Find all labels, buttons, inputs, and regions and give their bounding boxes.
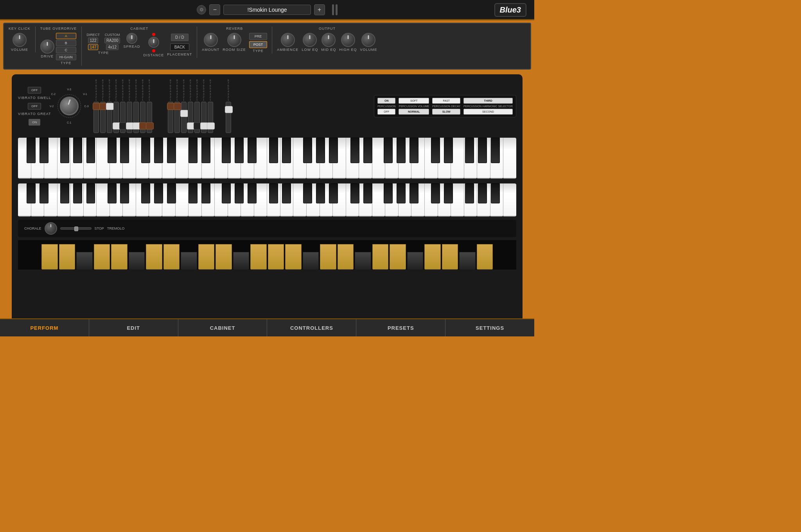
white-key[interactable] xyxy=(503,183,516,217)
ambience-knob[interactable] xyxy=(281,33,295,47)
black-key[interactable] xyxy=(316,183,325,203)
post-button[interactable]: POST xyxy=(249,41,268,48)
drawbar-track-9[interactable] xyxy=(147,102,152,133)
pedal-board[interactable] xyxy=(18,240,516,270)
perc-normal-btn[interactable]: NORMAL xyxy=(399,109,429,115)
drawbar-handle-l7[interactable] xyxy=(207,122,215,129)
pedal-key[interactable] xyxy=(216,244,232,270)
black-key[interactable] xyxy=(222,183,231,203)
black-key[interactable] xyxy=(431,183,440,203)
key-click-volume-knob[interactable] xyxy=(13,33,27,47)
black-key[interactable] xyxy=(282,183,291,203)
pedal-key[interactable] xyxy=(59,244,75,270)
high-eq-knob[interactable] xyxy=(341,33,355,47)
black-key[interactable] xyxy=(350,183,359,203)
pedal-black-key[interactable] xyxy=(407,252,424,270)
black-key[interactable] xyxy=(269,138,278,163)
nav-cabinet[interactable]: CABINET xyxy=(178,319,268,336)
drawbar-track-l6[interactable] xyxy=(201,102,207,133)
settings-icon[interactable]: ⚙ xyxy=(197,5,206,14)
black-key[interactable] xyxy=(154,183,163,203)
black-key[interactable] xyxy=(154,138,163,163)
black-key[interactable] xyxy=(431,138,440,163)
vibrato-swell-off[interactable]: OFF xyxy=(28,87,41,93)
pedal-key[interactable] xyxy=(372,244,389,270)
vibrato-knob[interactable] xyxy=(60,97,79,115)
pedal-black-key[interactable] xyxy=(76,252,93,270)
black-key[interactable] xyxy=(363,138,372,163)
drawbar-track-l4[interactable] xyxy=(188,102,193,133)
black-key[interactable] xyxy=(409,138,418,163)
black-key[interactable] xyxy=(167,183,176,203)
pedal-key[interactable] xyxy=(111,244,128,270)
cab-val-122[interactable]: 122 xyxy=(88,38,99,43)
drawbar-track-4[interactable] xyxy=(113,102,119,133)
pedal-key[interactable] xyxy=(41,244,58,270)
drawbar-handle-9[interactable] xyxy=(146,122,154,129)
black-key[interactable] xyxy=(303,138,312,163)
pre-button[interactable]: PRE xyxy=(249,33,268,40)
pedal-key[interactable] xyxy=(250,244,267,270)
perc-second-btn[interactable]: SECOND xyxy=(463,109,513,115)
pedal-black-key[interactable] xyxy=(303,252,319,270)
cab-val-4x12[interactable]: 4x12 xyxy=(106,44,119,50)
drawbar-track-l3[interactable] xyxy=(181,102,187,133)
black-key[interactable] xyxy=(60,138,69,163)
drawbar-track-8[interactable] xyxy=(140,102,145,133)
drawbar-track-1[interactable] xyxy=(93,102,99,133)
vibrato-great-off[interactable]: OFF xyxy=(28,103,41,110)
perc-third-btn[interactable]: THIRD xyxy=(463,98,513,104)
black-key[interactable] xyxy=(73,138,82,163)
black-key[interactable] xyxy=(235,138,244,163)
drawbar-track-l1[interactable] xyxy=(168,102,173,133)
black-key[interactable] xyxy=(60,183,69,203)
pedal-key[interactable] xyxy=(442,244,458,270)
white-key[interactable] xyxy=(175,138,189,179)
black-key[interactable] xyxy=(248,138,257,163)
reverb-room-size-knob[interactable] xyxy=(227,33,241,47)
black-key[interactable] xyxy=(316,138,325,163)
drawbar-handle-p1[interactable] xyxy=(225,106,233,113)
black-key[interactable] xyxy=(189,138,198,163)
black-key[interactable] xyxy=(444,138,453,163)
distance-knob[interactable] xyxy=(148,37,159,48)
white-key[interactable] xyxy=(372,183,385,217)
pedal-black-key[interactable] xyxy=(233,252,250,270)
perc-slow-btn[interactable]: SLOW xyxy=(432,109,460,115)
black-key[interactable] xyxy=(86,138,95,163)
black-key[interactable] xyxy=(141,183,150,203)
black-key[interactable] xyxy=(491,183,500,203)
black-key[interactable] xyxy=(465,138,474,163)
spread-knob[interactable] xyxy=(126,33,137,44)
black-key[interactable] xyxy=(282,138,291,163)
rotary-slider[interactable] xyxy=(60,227,92,230)
drawbar-handle-l2[interactable] xyxy=(174,103,181,110)
black-key[interactable] xyxy=(444,183,453,203)
black-key[interactable] xyxy=(397,138,406,163)
black-key[interactable] xyxy=(27,138,36,163)
pedal-key[interactable] xyxy=(320,244,336,270)
white-key[interactable] xyxy=(503,138,516,179)
pause-control[interactable] xyxy=(332,4,338,15)
black-key[interactable] xyxy=(363,183,372,203)
plus-button[interactable]: + xyxy=(314,4,325,15)
drawbar-track-2[interactable] xyxy=(100,102,106,133)
black-key[interactable] xyxy=(141,138,150,163)
pedal-black-key[interactable] xyxy=(129,252,145,270)
nav-presets[interactable]: PRESETS xyxy=(356,319,445,336)
drawbar-track-l7[interactable] xyxy=(208,102,213,133)
black-key[interactable] xyxy=(40,183,48,203)
mic-type-dd[interactable]: D / D xyxy=(171,34,189,41)
minus-button[interactable]: − xyxy=(209,4,220,15)
black-key[interactable] xyxy=(350,138,359,163)
cab-val-ra200[interactable]: RA200 xyxy=(104,38,120,43)
type-btn-a[interactable]: A xyxy=(56,33,76,39)
nav-perform[interactable]: PERFORM xyxy=(0,319,89,336)
pedal-key[interactable] xyxy=(424,244,441,270)
black-key[interactable] xyxy=(120,138,129,163)
perc-soft-btn[interactable]: SOFT xyxy=(399,98,429,104)
nav-controllers[interactable]: CONTROLLERS xyxy=(267,319,356,336)
drawbar-track-6[interactable] xyxy=(127,102,132,133)
drawbar-track-7[interactable] xyxy=(133,102,139,133)
nav-edit[interactable]: EDIT xyxy=(89,319,178,336)
